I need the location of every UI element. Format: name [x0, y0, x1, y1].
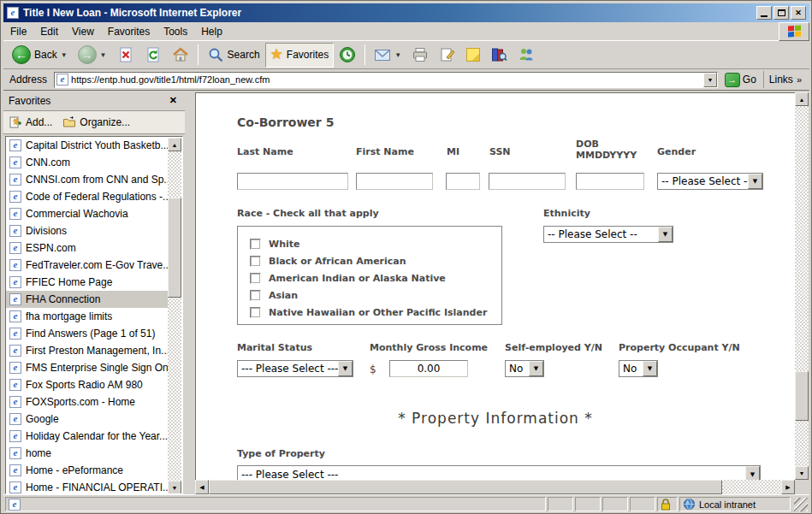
menu-help[interactable]: Help [194, 23, 229, 40]
address-field[interactable]: e ▼ [54, 72, 718, 88]
property-type-value: --- Please Select --- [238, 469, 745, 480]
favorite-item[interactable]: e FMS Enterprise Single Sign On... [6, 359, 169, 376]
favorite-item[interactable]: e FHA Connection [6, 291, 169, 308]
gender-dropdown-icon: ▼ [748, 174, 762, 189]
add-favorite-button[interactable]: Add... [9, 115, 52, 129]
race-checkbox[interactable] [250, 290, 261, 301]
resize-grip[interactable] [794, 498, 808, 511]
back-dropdown-icon[interactable]: ▼ [61, 51, 68, 59]
menu-file[interactable]: File [3, 23, 33, 40]
first-name-input[interactable] [356, 173, 433, 190]
edit-icon [439, 46, 456, 63]
standard-toolbar: ← Back ▼ → ▼ Search ★ Favorites [3, 41, 809, 69]
print-button[interactable] [406, 43, 434, 68]
search-button[interactable]: Search [202, 43, 265, 68]
page-scrollbar-thumb[interactable] [795, 371, 809, 421]
mi-input[interactable] [446, 173, 480, 190]
stop-button[interactable] [112, 43, 139, 68]
forward-button[interactable]: → ▼ [73, 43, 112, 68]
favorite-item[interactable]: e Find Answers (Page 1 of 51) [6, 325, 169, 342]
favorite-item[interactable]: e home [6, 445, 169, 462]
page-scroll-up-button[interactable]: ▲ [795, 92, 809, 106]
marital-status-select[interactable]: --- Please Select --- ▼ [237, 360, 353, 377]
favorite-item[interactable]: e FFIEC Home Page [6, 274, 169, 291]
page-horizontal-scrollbar[interactable]: ◀ ▶ [195, 480, 795, 494]
favorite-item[interactable]: e Fox Sports Radio AM 980 [6, 376, 169, 393]
page-scroll-down-button[interactable]: ▼ [795, 466, 809, 480]
title-bar[interactable]: e Title I New Loan - Microsoft Internet … [3, 3, 809, 22]
messenger-button[interactable] [513, 43, 540, 68]
address-dropdown-button[interactable]: ▼ [703, 73, 717, 87]
messenger-icon [518, 46, 535, 63]
property-occupant-dropdown-icon: ▼ [643, 361, 657, 376]
favorite-item[interactable]: e Capital District Youth Basketb... [6, 137, 169, 154]
favorite-item[interactable]: e Commercial Wachovia [6, 205, 169, 222]
maximize-button[interactable] [773, 6, 789, 20]
scroll-down-button[interactable]: ▼ [168, 481, 181, 494]
address-input[interactable] [71, 74, 703, 86]
favorite-item[interactable]: e Holiday Calendar for the Year... [6, 428, 169, 445]
back-button[interactable]: ← Back ▼ [7, 43, 73, 68]
ssn-input[interactable] [489, 173, 566, 190]
favorite-item[interactable]: e FOXSports.com - Home [6, 393, 169, 411]
property-occupant-select[interactable]: No ▼ [619, 360, 658, 377]
favorites-scrollbar[interactable]: ▲ ▼ [168, 138, 181, 494]
menu-edit[interactable]: Edit [33, 23, 65, 40]
menu-view[interactable]: View [65, 23, 101, 40]
race-checkbox[interactable] [250, 239, 261, 250]
status-pane [575, 497, 601, 511]
menu-tools[interactable]: Tools [157, 23, 194, 40]
gender-select[interactable]: -- Please Select -- ▼ [657, 173, 763, 190]
scrollbar-thumb[interactable] [168, 198, 181, 298]
menu-favorites[interactable]: Favorites [101, 23, 157, 40]
notes-button[interactable] [461, 43, 485, 68]
mail-button[interactable]: ▼ [369, 43, 406, 68]
page-scroll-right-button[interactable]: ▶ [781, 480, 795, 494]
scroll-up-button[interactable]: ▲ [168, 138, 181, 151]
favorites-button[interactable]: ★ Favorites [265, 43, 335, 68]
favorite-item[interactable]: e Google [6, 411, 169, 428]
mi-label: MI [447, 146, 459, 157]
minimize-button[interactable] [756, 6, 772, 20]
organize-favorites-button[interactable]: Organize... [62, 115, 130, 129]
dob-input[interactable] [576, 173, 644, 190]
favorite-item[interactable]: e CNN.com [6, 154, 169, 171]
favorite-item[interactable]: e FedTraveler.com E-Gov Trave... [6, 257, 169, 274]
favorites-close-button[interactable]: ✕ [167, 94, 180, 107]
go-button[interactable]: → Go [721, 72, 760, 88]
income-input[interactable] [389, 360, 468, 377]
favorite-item[interactable]: e CNNSI.com from CNN and Sp... [6, 171, 169, 188]
race-option-label: Native Hawaiian or Other Pacific Islande… [269, 307, 487, 318]
refresh-button[interactable] [139, 43, 167, 68]
race-checkbox[interactable] [250, 256, 261, 267]
favorite-item[interactable]: e First Preston Management, In... [6, 342, 169, 359]
edit-button[interactable] [434, 43, 461, 68]
research-icon [490, 46, 507, 63]
favorite-item[interactable]: e Divisions [6, 222, 169, 239]
favorite-item[interactable]: e ESPN.com [6, 239, 169, 257]
favorite-item[interactable]: e fha mortgage limits [6, 308, 169, 325]
favorite-item[interactable]: e Home - FINANCIAL OPERATI... [6, 479, 169, 494]
favorite-item[interactable]: e Code of Federal Regulations -... [6, 188, 169, 205]
mail-dropdown-icon[interactable]: ▼ [394, 51, 401, 59]
links-toolbar[interactable]: Links » [763, 71, 807, 88]
race-checkbox[interactable] [250, 307, 261, 318]
forward-dropdown-icon[interactable]: ▼ [100, 51, 107, 59]
favorites-toolbar: Add... Organize... [3, 111, 185, 134]
self-employed-select[interactable]: No ▼ [505, 360, 544, 377]
close-button[interactable]: ✕ [791, 6, 806, 20]
page-scroll-left-button[interactable]: ◀ [195, 480, 209, 494]
history-button[interactable] [334, 43, 361, 68]
ethnicity-select[interactable]: -- Please Select -- ▼ [543, 226, 673, 243]
favorite-item[interactable]: e Home - ePeformance [6, 462, 169, 479]
property-type-select[interactable]: --- Please Select --- ▼ [237, 465, 761, 480]
page-vertical-scrollbar[interactable]: ▲ ▼ [795, 92, 809, 480]
history-icon [339, 46, 356, 63]
home-button[interactable] [167, 43, 194, 68]
last-name-input[interactable] [237, 173, 348, 190]
research-button[interactable] [485, 43, 513, 68]
page-hscrollbar-thumb[interactable] [209, 480, 722, 494]
search-icon [207, 46, 224, 63]
race-checkbox[interactable] [250, 273, 261, 284]
status-page-icon: e [9, 499, 21, 511]
